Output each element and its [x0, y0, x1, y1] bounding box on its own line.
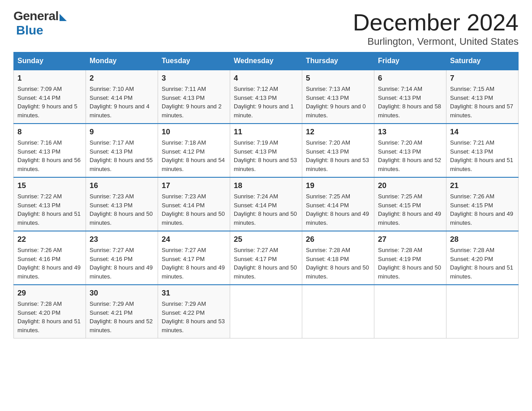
- day-number: 29: [17, 289, 82, 298]
- day-number: 4: [234, 74, 298, 83]
- day-info: Sunrise: 7:13 AMSunset: 4:13 PMDaylight:…: [306, 85, 370, 120]
- day-cell-18: 18Sunrise: 7:24 AMSunset: 4:14 PMDayligh…: [230, 177, 302, 231]
- day-cell-26: 26Sunrise: 7:28 AMSunset: 4:18 PMDayligh…: [302, 231, 374, 285]
- day-number: 19: [306, 181, 370, 190]
- day-cell-12: 12Sunrise: 7:20 AMSunset: 4:13 PMDayligh…: [302, 124, 374, 177]
- empty-day-cell: [230, 285, 302, 338]
- day-cell-23: 23Sunrise: 7:27 AMSunset: 4:16 PMDayligh…: [86, 231, 158, 285]
- day-info: Sunrise: 7:20 AMSunset: 4:13 PMDaylight:…: [306, 138, 370, 173]
- day-number: 27: [378, 235, 442, 244]
- day-cell-29: 29Sunrise: 7:28 AMSunset: 4:20 PMDayligh…: [14, 285, 86, 338]
- day-cell-13: 13Sunrise: 7:20 AMSunset: 4:13 PMDayligh…: [374, 124, 446, 177]
- day-of-week-wednesday: Wednesday: [230, 52, 302, 70]
- day-number: 18: [234, 181, 298, 190]
- day-info: Sunrise: 7:27 AMSunset: 4:17 PMDaylight:…: [162, 246, 226, 281]
- logo-blue-text: Blue: [16, 23, 43, 37]
- day-info: Sunrise: 7:18 AMSunset: 4:12 PMDaylight:…: [162, 138, 226, 173]
- day-info: Sunrise: 7:20 AMSunset: 4:13 PMDaylight:…: [378, 138, 442, 173]
- day-number: 28: [450, 235, 515, 244]
- day-number: 16: [90, 181, 154, 190]
- day-info: Sunrise: 7:21 AMSunset: 4:13 PMDaylight:…: [450, 138, 515, 173]
- day-number: 24: [162, 235, 226, 244]
- day-cell-10: 10Sunrise: 7:18 AMSunset: 4:12 PMDayligh…: [158, 124, 230, 177]
- calendar-week-row: 29Sunrise: 7:28 AMSunset: 4:20 PMDayligh…: [14, 285, 519, 338]
- day-cell-20: 20Sunrise: 7:25 AMSunset: 4:15 PMDayligh…: [374, 177, 446, 231]
- day-info: Sunrise: 7:15 AMSunset: 4:13 PMDaylight:…: [450, 85, 515, 120]
- day-number: 6: [378, 74, 442, 83]
- day-cell-4: 4Sunrise: 7:12 AMSunset: 4:13 PMDaylight…: [230, 70, 302, 124]
- day-cell-21: 21Sunrise: 7:26 AMSunset: 4:15 PMDayligh…: [446, 177, 519, 231]
- day-of-week-saturday: Saturday: [446, 52, 519, 70]
- day-cell-24: 24Sunrise: 7:27 AMSunset: 4:17 PMDayligh…: [158, 231, 230, 285]
- day-number: 15: [17, 181, 82, 190]
- day-number: 11: [234, 128, 298, 137]
- day-cell-14: 14Sunrise: 7:21 AMSunset: 4:13 PMDayligh…: [446, 124, 519, 177]
- day-info: Sunrise: 7:29 AMSunset: 4:22 PMDaylight:…: [162, 300, 226, 334]
- day-info: Sunrise: 7:11 AMSunset: 4:13 PMDaylight:…: [162, 85, 226, 120]
- day-cell-2: 2Sunrise: 7:10 AMSunset: 4:14 PMDaylight…: [86, 70, 158, 124]
- calendar-week-row: 15Sunrise: 7:22 AMSunset: 4:13 PMDayligh…: [14, 177, 519, 231]
- day-number: 26: [306, 235, 370, 244]
- day-number: 22: [17, 235, 82, 244]
- day-cell-11: 11Sunrise: 7:19 AMSunset: 4:13 PMDayligh…: [230, 124, 302, 177]
- day-info: Sunrise: 7:28 AMSunset: 4:20 PMDaylight:…: [450, 246, 515, 281]
- day-of-week-friday: Friday: [374, 52, 446, 70]
- day-of-week-thursday: Thursday: [302, 52, 374, 70]
- day-number: 20: [378, 181, 442, 190]
- day-of-week-monday: Monday: [86, 52, 158, 70]
- day-cell-1: 1Sunrise: 7:09 AMSunset: 4:14 PMDaylight…: [14, 70, 86, 124]
- empty-day-cell: [374, 285, 446, 338]
- day-info: Sunrise: 7:09 AMSunset: 4:14 PMDaylight:…: [17, 85, 82, 120]
- day-number: 17: [162, 181, 226, 190]
- day-of-week-sunday: Sunday: [14, 52, 86, 70]
- day-info: Sunrise: 7:22 AMSunset: 4:13 PMDaylight:…: [17, 192, 82, 227]
- page-title: December 2024: [353, 9, 519, 36]
- day-cell-28: 28Sunrise: 7:28 AMSunset: 4:20 PMDayligh…: [446, 231, 519, 285]
- logo: General Blue: [13, 9, 67, 38]
- calendar-week-row: 8Sunrise: 7:16 AMSunset: 4:13 PMDaylight…: [14, 124, 519, 177]
- calendar-header-row: SundayMondayTuesdayWednesdayThursdayFrid…: [14, 52, 519, 70]
- day-info: Sunrise: 7:16 AMSunset: 4:13 PMDaylight:…: [17, 138, 82, 173]
- day-number: 2: [90, 74, 154, 83]
- day-cell-16: 16Sunrise: 7:23 AMSunset: 4:13 PMDayligh…: [86, 177, 158, 231]
- day-info: Sunrise: 7:12 AMSunset: 4:13 PMDaylight:…: [234, 85, 298, 120]
- day-number: 13: [378, 128, 442, 137]
- day-info: Sunrise: 7:28 AMSunset: 4:19 PMDaylight:…: [378, 246, 442, 281]
- calendar-table: SundayMondayTuesdayWednesdayThursdayFrid…: [13, 52, 519, 338]
- day-cell-31: 31Sunrise: 7:29 AMSunset: 4:22 PMDayligh…: [158, 285, 230, 338]
- day-info: Sunrise: 7:25 AMSunset: 4:15 PMDaylight:…: [378, 192, 442, 227]
- calendar-week-row: 1Sunrise: 7:09 AMSunset: 4:14 PMDaylight…: [14, 70, 519, 124]
- day-cell-8: 8Sunrise: 7:16 AMSunset: 4:13 PMDaylight…: [14, 124, 86, 177]
- day-number: 3: [162, 74, 226, 83]
- day-number: 5: [306, 74, 370, 83]
- day-cell-3: 3Sunrise: 7:11 AMSunset: 4:13 PMDaylight…: [158, 70, 230, 124]
- empty-day-cell: [302, 285, 374, 338]
- logo-general-text: General: [13, 9, 59, 23]
- title-block: December 2024 Burlington, Vermont, Unite…: [353, 9, 519, 47]
- day-number: 12: [306, 128, 370, 137]
- day-info: Sunrise: 7:24 AMSunset: 4:14 PMDaylight:…: [234, 192, 298, 227]
- day-number: 30: [90, 289, 154, 298]
- day-info: Sunrise: 7:26 AMSunset: 4:15 PMDaylight:…: [450, 192, 515, 227]
- day-cell-9: 9Sunrise: 7:17 AMSunset: 4:13 PMDaylight…: [86, 124, 158, 177]
- day-cell-15: 15Sunrise: 7:22 AMSunset: 4:13 PMDayligh…: [14, 177, 86, 231]
- day-info: Sunrise: 7:19 AMSunset: 4:13 PMDaylight:…: [234, 138, 298, 173]
- day-info: Sunrise: 7:14 AMSunset: 4:13 PMDaylight:…: [378, 85, 442, 120]
- day-number: 14: [450, 128, 515, 137]
- page-subtitle: Burlington, Vermont, United States: [353, 36, 519, 47]
- day-number: 7: [450, 74, 515, 83]
- day-cell-22: 22Sunrise: 7:26 AMSunset: 4:16 PMDayligh…: [14, 231, 86, 285]
- day-info: Sunrise: 7:10 AMSunset: 4:14 PMDaylight:…: [90, 85, 154, 120]
- day-number: 8: [17, 128, 82, 137]
- day-info: Sunrise: 7:28 AMSunset: 4:18 PMDaylight:…: [306, 246, 370, 281]
- day-info: Sunrise: 7:26 AMSunset: 4:16 PMDaylight:…: [17, 246, 82, 281]
- day-info: Sunrise: 7:28 AMSunset: 4:20 PMDaylight:…: [17, 300, 82, 334]
- day-cell-30: 30Sunrise: 7:29 AMSunset: 4:21 PMDayligh…: [86, 285, 158, 338]
- day-number: 9: [90, 128, 154, 137]
- day-info: Sunrise: 7:29 AMSunset: 4:21 PMDaylight:…: [90, 300, 154, 334]
- day-of-week-tuesday: Tuesday: [158, 52, 230, 70]
- logo-arrow-icon: [60, 14, 67, 21]
- day-cell-17: 17Sunrise: 7:23 AMSunset: 4:14 PMDayligh…: [158, 177, 230, 231]
- day-cell-27: 27Sunrise: 7:28 AMSunset: 4:19 PMDayligh…: [374, 231, 446, 285]
- calendar-week-row: 22Sunrise: 7:26 AMSunset: 4:16 PMDayligh…: [14, 231, 519, 285]
